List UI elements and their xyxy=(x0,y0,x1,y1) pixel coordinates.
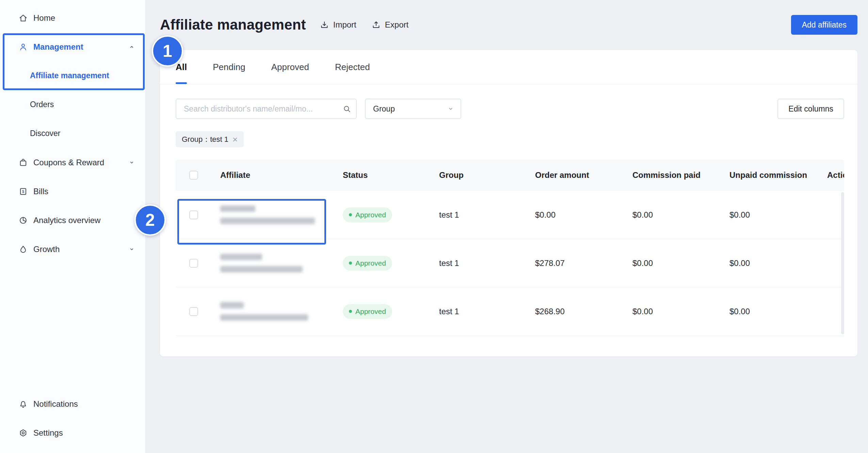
affiliate-cell xyxy=(211,205,334,224)
sidebar-bottom-nav: Notifications Settings xyxy=(0,389,145,447)
chevron-up-icon xyxy=(128,44,135,50)
tab-pending[interactable]: Pending xyxy=(213,50,245,84)
svg-text:$: $ xyxy=(22,189,25,194)
order-amount-cell: $278.07 xyxy=(526,258,623,268)
status-label: Approved xyxy=(355,211,386,219)
redacted-affiliate-name xyxy=(220,205,255,212)
import-button[interactable]: Import xyxy=(320,20,356,30)
status-badge: Approved xyxy=(343,256,392,271)
table-row[interactable]: Approved test 1 $268.90 $0.00 $0.00 xyxy=(176,287,844,336)
order-amount-cell: $0.00 xyxy=(526,210,623,220)
redacted-affiliate-email xyxy=(220,266,303,272)
search-icon[interactable] xyxy=(342,104,351,113)
sidebar-item-growth[interactable]: Growth xyxy=(0,235,145,264)
sidebar-item-label: Notifications xyxy=(33,399,78,409)
bell-icon xyxy=(18,399,28,409)
droplet-icon xyxy=(18,245,28,254)
group-cell: test 1 xyxy=(430,210,526,220)
status-label: Approved xyxy=(355,259,386,267)
order-amount-cell: $268.90 xyxy=(526,307,623,316)
affiliates-table: Affiliate Status Group Order amount Comm… xyxy=(176,160,844,336)
sidebar-item-label: Management xyxy=(33,42,83,52)
chevron-down-icon xyxy=(128,159,135,166)
tab-all[interactable]: All xyxy=(176,50,187,84)
commission-paid-cell: $0.00 xyxy=(623,307,720,316)
page-header: Affiliate management Import Export Add a… xyxy=(146,0,868,35)
person-icon xyxy=(18,42,28,52)
col-header-status: Status xyxy=(334,170,430,180)
home-icon xyxy=(18,13,28,23)
sidebar-item-affiliate-management[interactable]: Affiliate management xyxy=(0,61,145,90)
affiliate-card: All Pending Approved Rejected Group xyxy=(160,50,857,356)
affiliate-cell xyxy=(211,302,334,321)
tab-rejected[interactable]: Rejected xyxy=(335,50,370,84)
sidebar-item-analytics-overview[interactable]: Analytics overview xyxy=(0,206,145,235)
sidebar-item-notifications[interactable]: Notifications xyxy=(0,389,145,418)
redacted-affiliate-name xyxy=(220,254,262,260)
sidebar-item-discover[interactable]: Discover xyxy=(0,119,145,148)
sidebar: Home Management Affiliate management Ord… xyxy=(0,0,146,453)
pie-chart-icon xyxy=(18,216,28,225)
bill-icon: $ xyxy=(18,187,28,196)
sidebar-item-label: Coupons & Reward xyxy=(33,158,104,167)
search-input[interactable] xyxy=(176,99,357,119)
sidebar-item-label: Home xyxy=(33,13,55,23)
sidebar-item-label: Settings xyxy=(33,428,63,438)
redacted-affiliate-email xyxy=(220,314,308,321)
sidebar-item-bills[interactable]: $ Bills xyxy=(0,177,145,206)
row-checkbox[interactable] xyxy=(189,259,198,268)
unpaid-commission-cell: $0.00 xyxy=(720,307,818,316)
sidebar-top-nav: Home Management Affiliate management Ord… xyxy=(0,3,145,264)
edit-columns-button[interactable]: Edit columns xyxy=(777,99,844,119)
unpaid-commission-cell: $0.00 xyxy=(720,210,818,220)
sidebar-item-label: Orders xyxy=(30,100,54,109)
group-filter-tag: Group：test 1 × xyxy=(176,131,244,147)
sidebar-item-coupons-reward[interactable]: Coupons & Reward xyxy=(0,148,145,177)
sidebar-item-settings[interactable]: Settings xyxy=(0,418,145,447)
col-header-affiliate: Affiliate xyxy=(211,170,334,180)
filter-tag-label: Group：test 1 xyxy=(182,134,228,145)
group-cell: test 1 xyxy=(430,307,526,316)
edit-columns-label: Edit columns xyxy=(788,104,833,114)
active-filters-row: Group：test 1 × xyxy=(160,119,857,147)
table-row[interactable]: Approved test 1 $278.07 $0.00 $0.00 xyxy=(176,239,844,287)
affiliate-cell xyxy=(211,254,334,272)
col-header-action: Action xyxy=(818,170,844,180)
table-row[interactable]: Approved test 1 $0.00 $0.00 $0.00 xyxy=(176,191,844,239)
commission-paid-cell: $0.00 xyxy=(623,258,720,268)
table-scrollbar[interactable] xyxy=(841,192,844,334)
status-badge: Approved xyxy=(343,304,392,319)
add-affiliates-button[interactable]: Add affiliates xyxy=(791,15,857,35)
col-header-group: Group xyxy=(430,170,526,180)
select-all-checkbox[interactable] xyxy=(189,171,198,180)
table-header: Affiliate Status Group Order amount Comm… xyxy=(176,160,844,191)
page-title: Affiliate management xyxy=(160,17,306,33)
sidebar-item-label: Affiliate management xyxy=(30,71,109,80)
sidebar-item-label: Growth xyxy=(33,245,60,254)
remove-filter-icon[interactable]: × xyxy=(232,135,238,144)
row-checkbox[interactable] xyxy=(189,307,198,316)
commission-paid-cell: $0.00 xyxy=(623,210,720,220)
screen: Home Management Affiliate management Ord… xyxy=(0,0,868,453)
sidebar-item-label: Analytics overview xyxy=(33,216,100,225)
status-dot-icon xyxy=(349,310,352,313)
col-header-unpaid-commission: Unpaid commission xyxy=(720,170,818,180)
group-dropdown-label: Group xyxy=(373,104,395,114)
sidebar-item-management[interactable]: Management xyxy=(0,32,145,61)
col-header-commission-paid: Commission paid xyxy=(623,170,720,180)
unpaid-commission-cell: $0.00 xyxy=(720,258,818,268)
sidebar-item-orders[interactable]: Orders xyxy=(0,90,145,119)
group-dropdown[interactable]: Group xyxy=(365,99,461,119)
sidebar-item-home[interactable]: Home xyxy=(0,3,145,32)
import-label: Import xyxy=(333,20,356,30)
export-button[interactable]: Export xyxy=(371,20,408,30)
tab-approved[interactable]: Approved xyxy=(271,50,309,84)
filter-row: Group Edit columns xyxy=(160,84,857,119)
status-dot-icon xyxy=(349,262,352,265)
row-checkbox[interactable] xyxy=(189,211,198,219)
status-tabs: All Pending Approved Rejected xyxy=(160,50,857,84)
main-content: Affiliate management Import Export Add a… xyxy=(146,0,868,453)
export-icon xyxy=(371,20,381,30)
group-cell: test 1 xyxy=(430,258,526,268)
chevron-down-icon xyxy=(447,105,454,113)
